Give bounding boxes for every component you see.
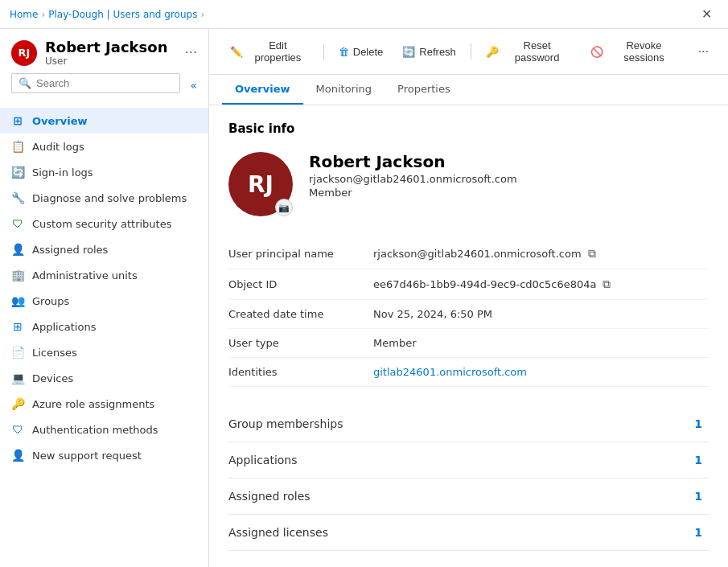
profile-name: Robert Jackson [309, 152, 517, 171]
sidebar-label-auth-methods: Authentication methods [32, 424, 158, 436]
refresh-label: Refresh [419, 46, 456, 58]
summary-item-groups[interactable]: Group memberships 1 [228, 406, 709, 442]
info-label-upn: User principal name [228, 248, 373, 260]
reset-password-label: Reset password [503, 39, 572, 64]
summary-count-assigned-licenses: 1 [694, 526, 702, 539]
reset-password-button[interactable]: 🔑 Reset password [478, 35, 580, 68]
search-icon: 🔍 [19, 77, 31, 89]
diagnose-icon: 🔧 [11, 191, 24, 204]
info-row-object-id: Object ID ee67d46b-1bb9-494d-9ec9-cd0c5c… [228, 269, 709, 300]
summary-label-assigned-licenses: Assigned licenses [228, 526, 694, 539]
info-value-upn: rjackson@gitlab24601.onmicrosoft.com [373, 248, 582, 260]
summary-item-assigned-roles[interactable]: Assigned roles 1 [228, 479, 709, 515]
azure-roles-icon: 🔑 [11, 397, 24, 410]
applications-icon: ⊞ [11, 320, 24, 333]
sidebar-label-diagnose: Diagnose and solve problems [32, 192, 187, 204]
search-input[interactable] [36, 77, 173, 89]
sidebar-item-audit-logs[interactable]: 📋 Audit logs [0, 134, 208, 159]
sidebar-item-overview[interactable]: ⊞ Overview [0, 108, 208, 134]
tab-properties[interactable]: Properties [385, 75, 463, 105]
profile-email: rjackson@gitlab24601.onmicrosoft.com [309, 173, 517, 185]
edit-icon: ✏️ [230, 46, 243, 58]
more-toolbar-button[interactable]: ··· [692, 40, 715, 63]
auth-methods-icon: 🛡 [11, 423, 24, 436]
edit-label: Edit properties [247, 39, 309, 64]
refresh-button[interactable]: 🔄 Refresh [394, 42, 464, 62]
sidebar-item-admin-units[interactable]: 🏢 Administrative units [0, 262, 208, 288]
collapse-icon[interactable]: « [190, 79, 197, 92]
sidebar-user-name: Robert Jackson [45, 39, 177, 55]
copy-upn-icon[interactable]: ⧉ [588, 247, 596, 261]
delete-label: Delete [353, 46, 384, 58]
reset-password-icon: 🔑 [486, 46, 499, 58]
avatar: RJ [11, 40, 37, 66]
edit-properties-button[interactable]: ✏️ Edit properties [222, 35, 317, 68]
tab-monitoring[interactable]: Monitoring [303, 75, 385, 105]
info-row-upn: User principal name rjackson@gitlab24601… [228, 239, 709, 269]
sidebar-label-audit-logs: Audit logs [32, 141, 84, 153]
summary-item-applications[interactable]: Applications 1 [228, 442, 709, 479]
sidebar-label-overview: Overview [32, 115, 88, 127]
tab-overview[interactable]: Overview [222, 75, 303, 105]
overview-icon: ⊞ [11, 114, 24, 127]
audit-logs-icon: 📋 [11, 140, 24, 153]
info-value-created: Nov 25, 2024, 6:50 PM [373, 308, 492, 320]
info-value-user-type: Member [373, 337, 416, 349]
sidebar-item-custom-security[interactable]: 🛡 Custom security attributes [0, 211, 208, 236]
sidebar-item-licenses[interactable]: 📄 Licenses [0, 339, 208, 365]
assigned-roles-icon: 👤 [11, 243, 24, 256]
info-label-object-id: Object ID [228, 278, 373, 290]
sidebar-item-support[interactable]: 👤 New support request [0, 442, 208, 468]
summary-count-applications: 1 [694, 454, 702, 466]
breadcrumb-parent[interactable]: Play-Dough | Users and groups [48, 9, 197, 20]
licenses-icon: 📄 [11, 346, 24, 359]
groups-icon: 👥 [11, 294, 24, 307]
sidebar-label-devices: Devices [32, 372, 73, 384]
refresh-icon: 🔄 [402, 46, 415, 58]
info-value-object-id: ee67d46b-1bb9-494d-9ec9-cd0c5c6e804a [373, 278, 596, 290]
summary-label-assigned-roles: Assigned roles [228, 490, 694, 503]
sidebar-item-groups[interactable]: 👥 Groups [0, 288, 208, 314]
sidebar-item-azure-roles[interactable]: 🔑 Azure role assignments [0, 391, 208, 417]
sidebar-item-auth-methods[interactable]: 🛡 Authentication methods [0, 417, 208, 442]
summary-item-assigned-licenses[interactable]: Assigned licenses 1 [228, 515, 709, 551]
revoke-sessions-label: Revoke sessions [607, 39, 680, 64]
identities-link[interactable]: gitlab24601.onmicrosoft.com [373, 366, 527, 378]
admin-units-icon: 🏢 [11, 269, 24, 281]
sidebar-label-custom-security: Custom security attributes [32, 218, 171, 230]
info-label-user-type: User type [228, 337, 373, 349]
close-panel-button[interactable]: ✕ [695, 3, 718, 25]
section-title: Basic info [228, 121, 709, 136]
camera-button[interactable]: 📷 [275, 199, 293, 216]
sidebar-label-admin-units: Administrative units [32, 269, 138, 281]
delete-button[interactable]: 🗑 Delete [331, 42, 392, 62]
sidebar-label-licenses: Licenses [32, 347, 77, 359]
sidebar-item-devices[interactable]: 💻 Devices [0, 365, 208, 391]
sidebar-label-support: New support request [32, 450, 142, 462]
sign-in-logs-icon: 🔄 [11, 166, 24, 179]
summary-count-assigned-roles: 1 [694, 490, 702, 503]
breadcrumb: Home › Play-Dough | Users and groups › [10, 9, 204, 20]
info-row-created: Created date time Nov 25, 2024, 6:50 PM [228, 300, 709, 329]
sidebar-item-diagnose[interactable]: 🔧 Diagnose and solve problems [0, 185, 208, 211]
copy-object-id-icon[interactable]: ⧉ [603, 277, 611, 291]
sidebar-label-applications: Applications [32, 321, 96, 333]
info-label-created: Created date time [228, 308, 373, 320]
sidebar-item-assigned-roles[interactable]: 👤 Assigned roles [0, 236, 208, 262]
profile-member-type: Member [309, 187, 517, 199]
revoke-sessions-icon: 🚫 [590, 46, 603, 58]
breadcrumb-sep1: › [41, 9, 45, 20]
sidebar-user-role: User [45, 55, 177, 67]
more-options-icon[interactable]: ··· [185, 45, 197, 60]
sidebar-label-assigned-roles: Assigned roles [32, 244, 108, 256]
sidebar-item-sign-in-logs[interactable]: 🔄 Sign-in logs [0, 159, 208, 185]
breadcrumb-home[interactable]: Home [10, 9, 38, 20]
info-label-identities: Identities [228, 366, 373, 378]
summary-label-applications: Applications [228, 454, 694, 466]
sidebar-item-applications[interactable]: ⊞ Applications [0, 314, 208, 339]
sidebar-label-sign-in-logs: Sign-in logs [32, 166, 93, 179]
summary-count-groups: 1 [694, 417, 702, 430]
revoke-sessions-button[interactable]: 🚫 Revoke sessions [582, 35, 688, 68]
breadcrumb-sep2: › [200, 9, 204, 20]
support-icon: 👤 [11, 449, 24, 462]
